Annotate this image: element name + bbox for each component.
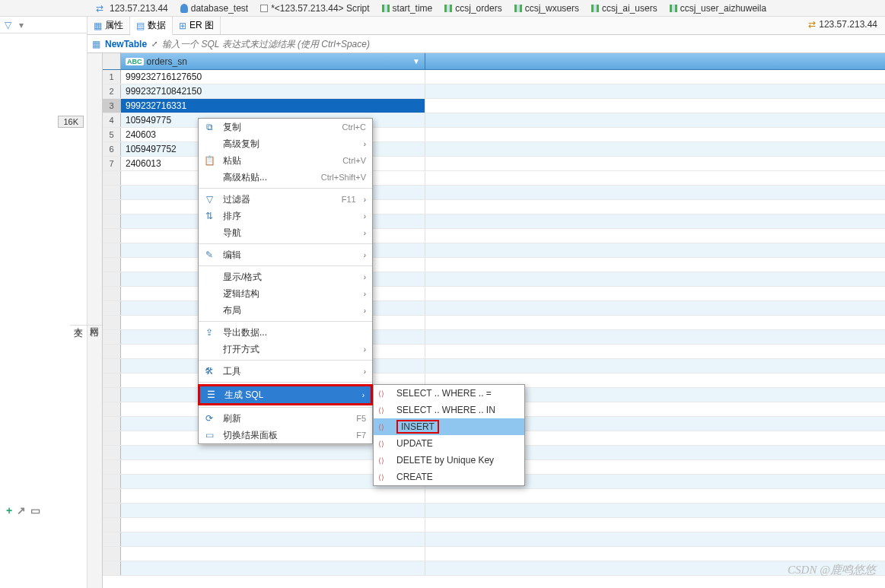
- submenu-select-where-in[interactable]: ⟨⟩SELECT .. WHERE .. IN: [374, 402, 524, 418]
- tab-script[interactable]: *<123.57.213.44> Script: [254, 2, 375, 15]
- row-number: [103, 388, 121, 402]
- chevron-right-icon: ›: [364, 367, 366, 376]
- sql-icon: ⟨⟩: [378, 389, 390, 398]
- tab-data[interactable]: ▤数据: [130, 17, 173, 36]
- menu-filter[interactable]: ▽过滤器F11›: [199, 191, 372, 208]
- blank-icon: [203, 171, 215, 183]
- table-row[interactable]: 1999232716127650: [103, 70, 885, 84]
- tab-er[interactable]: ⊞ER 图: [173, 17, 221, 34]
- submenu-insert[interactable]: ⟨⟩INSERT: [374, 418, 524, 435]
- menu-export[interactable]: ⇪导出数据...: [199, 324, 372, 341]
- row-number: [103, 287, 121, 300]
- chevron-right-icon: ›: [364, 140, 366, 148]
- connection-label[interactable]: ⇄123.57.213.44: [808, 19, 877, 30]
- cell-orders-sn[interactable]: 999232716127650: [121, 70, 425, 84]
- row-number[interactable]: 2: [103, 84, 121, 98]
- menu-nav[interactable]: 导航›: [199, 224, 372, 241]
- submenu-update[interactable]: ⟨⟩UPDATE: [374, 435, 524, 452]
- filter-input[interactable]: [162, 39, 880, 49]
- type-badge: ABC: [126, 58, 144, 65]
- column-icon: [670, 5, 677, 12]
- submenu-select-where-eq[interactable]: ⟨⟩SELECT .. WHERE .. =: [374, 385, 524, 402]
- menu-tools[interactable]: 🛠工具›: [199, 363, 372, 380]
- er-icon: ⊞: [179, 21, 186, 31]
- empty-row: [103, 532, 885, 547]
- blank-icon: [203, 343, 215, 355]
- empty-row: [103, 489, 885, 504]
- filter-toggle-icon[interactable]: ▽: [5, 20, 11, 30]
- tab-database[interactable]: database_test: [174, 2, 254, 15]
- tab-wxusers[interactable]: ccsj_wxusers: [508, 2, 585, 15]
- expand-icon[interactable]: ⤢: [151, 40, 158, 48]
- tab-conn[interactable]: ⇄123.57.213.44: [90, 2, 174, 15]
- row-number: [103, 243, 121, 257]
- table-row[interactable]: 2999232710842150: [103, 84, 885, 99]
- table-row[interactable]: 3999232716331: [103, 99, 885, 113]
- panel-icon: ▭: [203, 429, 215, 441]
- row-number[interactable]: 6: [103, 142, 121, 156]
- menu-layout[interactable]: 布局›: [199, 302, 372, 319]
- menu-separator: [199, 407, 372, 408]
- tab-aizhuweila[interactable]: ccsj_user_aizhuweila: [664, 2, 772, 15]
- empty-cell: [121, 504, 425, 517]
- copy-icon: ⧉: [203, 121, 215, 133]
- menu-display[interactable]: 显示/格式›: [199, 269, 372, 285]
- empty-cell: [121, 518, 425, 532]
- chevron-down-icon[interactable]: ▾: [19, 20, 24, 30]
- dropdown-icon[interactable]: ▼: [412, 57, 420, 65]
- menu-gen-sql[interactable]: ☰生成 SQL›: [200, 386, 371, 403]
- submenu-create[interactable]: ⟨⟩CREATE: [374, 469, 524, 485]
- row-number: [103, 532, 121, 546]
- menu-separator: [199, 321, 372, 322]
- menu-edit[interactable]: ✎编辑›: [199, 246, 372, 263]
- row-number: [103, 417, 121, 431]
- row-number[interactable]: 1: [103, 70, 121, 84]
- row-number[interactable]: 7: [103, 157, 121, 170]
- row-number: [103, 431, 121, 445]
- empty-row: [103, 547, 885, 561]
- cell-orders-sn[interactable]: 999232710842150: [121, 84, 425, 98]
- tab-orders[interactable]: ccsj_orders: [438, 2, 508, 15]
- row-number: [103, 460, 121, 474]
- menu-copy[interactable]: ⧉复制Ctrl+C: [199, 119, 372, 135]
- paste-icon: 📋: [203, 154, 215, 167]
- row-number: [103, 258, 121, 272]
- newtable-label[interactable]: NewTable: [105, 39, 147, 49]
- funnel-icon: ▽: [203, 193, 215, 205]
- menu-togglepanel[interactable]: ▭切换结果面板F7: [199, 427, 372, 443]
- row-number[interactable]: 3: [103, 99, 121, 113]
- menu-sort[interactable]: ⇅排序›: [199, 208, 372, 224]
- column-header-orders-sn[interactable]: ABC orders_sn ▼: [121, 53, 425, 69]
- plus-icon[interactable]: +: [6, 504, 12, 516]
- menu-logic[interactable]: 逻辑结构›: [199, 285, 372, 302]
- tools-icon: 🛠: [203, 365, 215, 377]
- sidetab-text[interactable]: 文本: [70, 316, 86, 326]
- menu-refresh[interactable]: ⟳刷新F5: [199, 410, 372, 427]
- script-icon: [260, 5, 268, 12]
- tab-properties[interactable]: ▦属性: [88, 17, 130, 34]
- tab-starttime[interactable]: start_time: [376, 2, 439, 15]
- menu-separator: [199, 360, 372, 361]
- rownum-header[interactable]: [103, 53, 121, 69]
- menu-adv-paste[interactable]: 高级粘贴...Ctrl+Shift+V: [199, 169, 372, 186]
- sidetab-grid[interactable]: 网格: [86, 316, 102, 326]
- row-number[interactable]: 5: [103, 128, 121, 141]
- row-number[interactable]: 4: [103, 113, 121, 127]
- tab-aiusers[interactable]: ccsj_ai_users: [585, 2, 664, 15]
- menu-separator: [199, 265, 372, 266]
- share-icon[interactable]: ↗: [17, 504, 26, 516]
- empty-cell: [121, 561, 425, 575]
- props-icon[interactable]: ▭: [30, 504, 40, 516]
- column-icon: [514, 5, 522, 12]
- column-icon: [444, 5, 452, 12]
- row-number: [103, 330, 121, 344]
- sort-icon: ⇅: [203, 210, 215, 222]
- row-number: [103, 200, 121, 214]
- submenu-delete[interactable]: ⟨⟩DELETE by Unique Key: [374, 452, 524, 469]
- filter-bar: ▦ NewTable ⤢: [88, 35, 885, 53]
- menu-openwith[interactable]: 打开方式›: [199, 341, 372, 358]
- menu-adv-copy[interactable]: 高级复制›: [199, 135, 372, 152]
- view-tabs: ▦属性 ▤数据 ⊞ER 图 ⇄123.57.213.44: [88, 17, 885, 35]
- cell-orders-sn[interactable]: 999232716331: [121, 99, 425, 113]
- menu-paste[interactable]: 📋粘贴Ctrl+V: [199, 152, 372, 169]
